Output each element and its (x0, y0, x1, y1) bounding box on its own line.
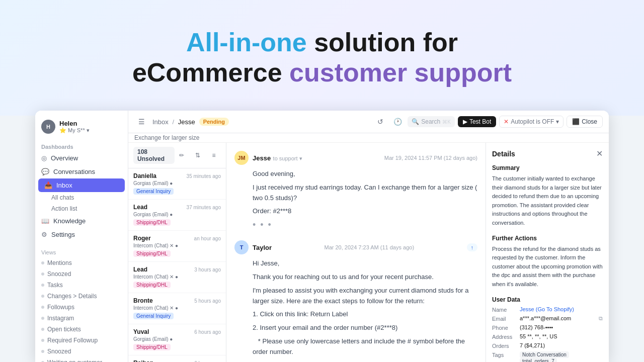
sidebar-view-changes[interactable]: Changes > Details (35, 291, 128, 302)
sidebar-user: H Helen ⭐ My S** ▾ (35, 116, 128, 138)
msg-header: JM Jesse to support ▾ Mar 19, 2024 11:57… (234, 151, 477, 165)
summary-text: The customer initially wanted to exchang… (492, 174, 603, 228)
chevron-down-icon: ▾ (556, 118, 559, 125)
test-bot-button[interactable]: ▶ Test Bot (458, 116, 496, 127)
conv-item-header: Raihan 6 hours ago (133, 359, 221, 362)
dot-icon (41, 284, 44, 287)
sidebar-item-all-chats[interactable]: All chats (35, 192, 128, 203)
avatar: H (41, 120, 55, 134)
tag-chip: total_orders_7 (520, 358, 557, 362)
autopilot-label: Autopilot is OFF (511, 118, 554, 125)
view-label: Required Followup (47, 337, 98, 344)
user-tags-row: Tags Notch Conversation total_orders_7 (492, 351, 603, 362)
search-shortcut: ⌘K (442, 119, 451, 125)
sidebar-item-overview[interactable]: ◎ Overview (35, 151, 128, 165)
msg-sender-info: Taylor (253, 243, 272, 252)
conversation-list: 108 Unsolved ✏ ⇅ ≡ Daniella 35 minutes a… (128, 143, 226, 362)
view-label: Snoozed (47, 270, 71, 278)
message-block: T Taylor Mar 20, 2024 7:23 AM (11 days a… (234, 240, 477, 362)
sidebar-view-waiting[interactable]: Waiting on customer (35, 357, 128, 362)
hero-colored1: All-in-one (186, 28, 307, 57)
search-box[interactable]: 🔍 Search ⌘K (408, 116, 455, 127)
list-item[interactable]: Daniella 35 minutes ago Gorgias (Email) … (128, 168, 226, 200)
sidebar-view-followups[interactable]: Followups (35, 302, 128, 313)
conversation-header: ☰ Inbox / Jesse Pending ↺ 🕐 🔍 Search ⌘K … (128, 111, 609, 133)
further-actions-title: Further Actions (492, 235, 603, 242)
conv-item-tag: General Inquiry (133, 313, 174, 319)
dot-icon (41, 339, 44, 342)
conv-item-source: Gorgias (Email) ● (133, 336, 221, 342)
dot-icon (41, 261, 44, 264)
filter-button[interactable]: ≡ (207, 148, 221, 162)
msg-header: T Taylor Mar 20, 2024 7:23 AM (11 days a… (234, 240, 477, 254)
msg-text: * Please use only lowercase letters and … (253, 336, 477, 357)
msg-dots: • • • (234, 220, 477, 230)
view-label: Followups (47, 304, 74, 311)
name-label: Name (492, 306, 520, 313)
sort-button[interactable]: ⇅ (191, 148, 205, 162)
conv-item-tag: Shipping/DHL (133, 219, 171, 226)
history-button[interactable]: 🕐 (390, 115, 405, 129)
orders-value: 7 ($4,271) (520, 342, 603, 348)
msg-to: to support ▾ (273, 155, 302, 161)
sidebar-view-open-tickets[interactable]: Open tickets (35, 324, 128, 335)
play-icon: ▶ (463, 118, 467, 125)
details-close-button[interactable]: ✕ (596, 149, 603, 158)
sidebar-view-snoozed2[interactable]: Snoozed (35, 346, 128, 357)
list-item[interactable]: Lead 3 hours ago Intercom (Chat) ✕ ● Shi… (128, 262, 226, 293)
sidebar-item-action-list[interactable]: Action list (35, 203, 128, 214)
sidebar-item-conversations[interactable]: 💬 Conversations (35, 165, 128, 178)
sidebar-view-snoozed[interactable]: Snoozed (35, 268, 128, 280)
address-label: Address (492, 333, 520, 340)
conv-item-header: Yuval 6 hours ago (133, 328, 221, 335)
sidebar-item-label: Inbox (56, 182, 72, 189)
conv-item-name: Lead (133, 204, 147, 211)
settings-icon: ⚙ (41, 231, 47, 238)
overview-icon: ◎ (41, 154, 47, 162)
phone-label: Phone (492, 324, 520, 331)
compose-button[interactable]: ✏ (175, 148, 189, 162)
list-item[interactable]: Roger an hour ago Intercom (Chat) ✕ ● Sh… (128, 231, 226, 262)
conv-item-header: Lead 3 hours ago (133, 266, 221, 273)
list-item[interactable]: Raihan 6 hours ago Gorgias (Email) ● Ret… (128, 355, 226, 362)
autopilot-button[interactable]: ✕ Autopilot is OFF ▾ (499, 116, 564, 128)
list-item[interactable]: Yuval 6 hours ago Gorgias (Email) ● Ship… (128, 324, 226, 355)
hero-line2: eCommerce customer support (132, 58, 512, 88)
close-button[interactable]: ⬛ Close (567, 116, 603, 128)
chat-area: JM Jesse to support ▾ Mar 19, 2024 11:57… (226, 143, 486, 362)
list-item[interactable]: Lead 37 minutes ago Gorgias (Email) ● Sh… (128, 200, 226, 231)
sidebar-item-label: Knowledge (53, 217, 86, 225)
sidebar-view-tasks[interactable]: Tasks (35, 280, 128, 291)
list-item[interactable]: Bronte 5 hours ago Intercom (Chat) ✕ ● G… (128, 293, 226, 324)
conv-item-time: 37 minutes ago (187, 205, 221, 210)
conv-item-name: Bronte (133, 297, 153, 304)
sidebar-view-instagram[interactable]: Instagram (35, 313, 128, 324)
avatar: JM (234, 151, 249, 165)
msg-text: Good evening, (253, 169, 477, 179)
conv-item-tag: Shipping/DHL (133, 282, 171, 288)
msg-sender-info: Jesse to support ▾ (253, 153, 302, 162)
chat-messages: JM Jesse to support ▾ Mar 19, 2024 11:57… (226, 143, 486, 362)
conv-item-header: Roger an hour ago (133, 235, 221, 242)
sidebar-item-settings[interactable]: ⚙ Settings (35, 228, 128, 241)
sidebar-toggle-button[interactable]: ☰ (134, 115, 148, 129)
user-name-row: Name Jesse (Go To Shopify) (492, 306, 603, 313)
sidebar-view-mentions[interactable]: Mentions (35, 257, 128, 268)
refresh-button[interactable]: ↺ (373, 115, 387, 129)
summary-title: Summary (492, 164, 603, 171)
conv-item-time: 6 hours ago (194, 360, 221, 363)
views-label: Views (35, 247, 128, 257)
view-label: Snoozed (47, 348, 71, 355)
further-actions-text: Process the refund for the diamond studs… (492, 245, 603, 289)
dot-icon (41, 350, 44, 353)
conv-item-tag: General Inquiry (133, 188, 174, 195)
msg-text: Thank you for reaching out to us and for… (253, 272, 477, 283)
copy-icon[interactable]: ⧉ (599, 315, 603, 322)
sidebar-item-inbox[interactable]: 📥 Inbox (38, 178, 125, 192)
further-actions-section: Further Actions Process the refund for t… (492, 235, 603, 289)
sidebar-item-knowledge[interactable]: 📖 Knowledge (35, 214, 128, 228)
avatar: T (234, 240, 249, 254)
conv-item-name: Lead (133, 266, 147, 273)
sidebar-view-required-followup[interactable]: Required Followup (35, 335, 128, 346)
close-label: Close (582, 118, 597, 125)
